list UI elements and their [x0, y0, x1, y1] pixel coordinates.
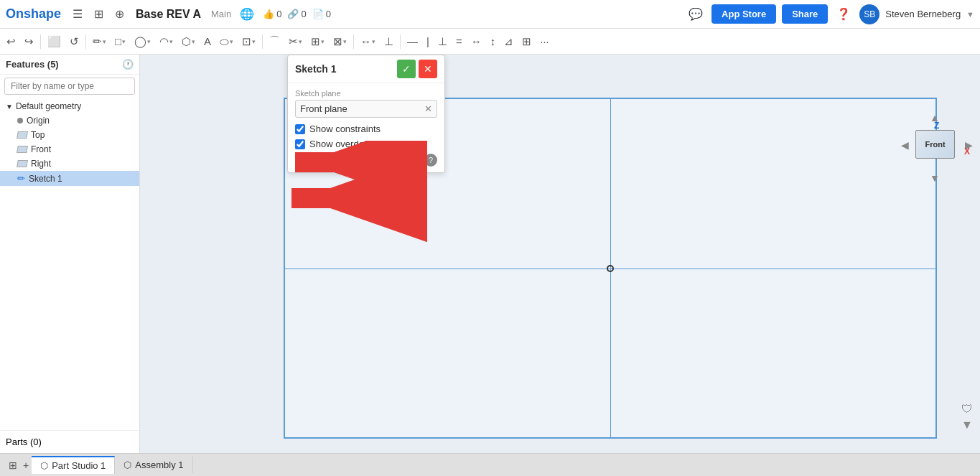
- plane-icon-right: [17, 160, 28, 167]
- user-name[interactable]: Steven Berneberg: [885, 9, 961, 19]
- share-button[interactable]: Share: [782, 4, 828, 24]
- help-icon[interactable]: ?: [424, 154, 437, 167]
- parts-section: Parts (0): [0, 430, 139, 453]
- line-button[interactable]: —: [403, 33, 421, 50]
- plane-icon-front: [17, 146, 28, 153]
- doc-count: 0: [326, 9, 331, 19]
- toolbar-separator: [40, 34, 41, 49]
- sketch-dialog: Sketch 1 ✓ ✕ Sketch plane Front plane ✕ …: [287, 55, 445, 173]
- tree-item-top[interactable]: Top: [0, 128, 139, 142]
- copy-button[interactable]: ⬜: [44, 33, 65, 50]
- sketch-plane-field[interactable]: Front plane ✕: [295, 100, 437, 118]
- filter-input[interactable]: [4, 78, 135, 95]
- vert-button[interactable]: ↕: [487, 33, 500, 50]
- tree-item-right[interactable]: Right: [0, 157, 139, 171]
- rotate-button[interactable]: ↺: [66, 33, 83, 50]
- circle-button[interactable]: ◯▾: [131, 33, 154, 50]
- user-dropdown-icon[interactable]: ▼: [966, 10, 974, 19]
- app-store-button[interactable]: App Store: [711, 4, 776, 24]
- trim-button[interactable]: ✂▾: [285, 33, 306, 50]
- tab-assembly-label: Assembly 1: [135, 459, 183, 470]
- undo-button[interactable]: ↩: [3, 33, 19, 50]
- onshape-logo[interactable]: Onshape: [6, 6, 61, 22]
- sym-button[interactable]: ⊞: [518, 33, 535, 50]
- features-clock-icon[interactable]: 🕐: [122, 59, 134, 70]
- show-overdefined-label[interactable]: Show overdefined: [309, 139, 384, 149]
- mirror-button[interactable]: ⊠▾: [330, 33, 350, 50]
- angle-button[interactable]: ⊿: [500, 33, 517, 50]
- link-icon: 🔗: [287, 9, 299, 19]
- like-button[interactable]: 👍 0: [263, 9, 281, 19]
- offset-button[interactable]: ⊞▾: [307, 33, 328, 50]
- link-button[interactable]: 🔗 0: [287, 9, 306, 19]
- polygon-button[interactable]: ⬡▾: [178, 33, 199, 50]
- pen-button[interactable]: ✏▾: [89, 33, 110, 50]
- equal-button[interactable]: =: [452, 33, 466, 50]
- tree-item-sketch1[interactable]: ✏ Sketch 1: [0, 171, 139, 186]
- constraint-button[interactable]: ⊥: [381, 33, 397, 50]
- tab-assembly[interactable]: ⬡ Assembly 1: [115, 457, 192, 473]
- vertical-line-button[interactable]: |: [423, 33, 433, 50]
- dialog-button-group: ✓ ✕: [397, 60, 437, 78]
- show-overdefined-checkbox[interactable]: [295, 139, 305, 149]
- tree-item-right-label: Right: [31, 159, 51, 169]
- sketch-cancel-button[interactable]: ✕: [419, 60, 437, 78]
- bottom-grid-button[interactable]: ⊞: [6, 457, 20, 474]
- orientation-controls: 🛡 ▼: [961, 403, 973, 431]
- sketch-plane-value: Front plane: [300, 103, 424, 114]
- features-title: Features (5): [6, 59, 59, 70]
- show-constraints-checkbox[interactable]: [295, 124, 305, 134]
- rect-button[interactable]: □▾: [111, 33, 129, 50]
- tree-item-origin[interactable]: Origin: [0, 113, 139, 128]
- feature-tree: ▼ Default geometry Origin Top Front Righ…: [0, 98, 139, 430]
- redo-button[interactable]: ↪: [21, 33, 37, 50]
- more-button[interactable]: ···: [536, 33, 553, 50]
- view-z-axis-label: Z: [934, 121, 939, 131]
- slot-button[interactable]: ⬭▾: [216, 33, 237, 50]
- origin-dot-icon: [17, 118, 23, 123]
- sketch-confirm-button[interactable]: ✓: [397, 60, 416, 78]
- orient-shield-button[interactable]: 🛡: [961, 403, 973, 416]
- view-cube-left-button[interactable]: ◀: [901, 139, 909, 151]
- point-button[interactable]: ⊡▾: [238, 33, 259, 50]
- view-x-axis-label: X: [964, 146, 970, 157]
- top-nav: Onshape ☰ ⊞ ⊕ Base REV A Main 🌐 👍 0 🔗 0 …: [0, 0, 980, 29]
- tools-button[interactable]: ⊕: [112, 6, 127, 22]
- assembly-icon: ⬡: [123, 459, 131, 470]
- fillet-button[interactable]: ⌒: [266, 32, 284, 50]
- horiz-button[interactable]: ↔: [467, 33, 485, 50]
- bottom-bar: ⊞ + ⬡ Part Studio 1 ⬡ Assembly 1: [0, 453, 980, 476]
- document-branch: Main: [211, 9, 231, 19]
- default-geometry-label: Default geometry: [16, 101, 81, 111]
- toolbar: ↩ ↪ ⬜ ↺ ✏▾ □▾ ◯▾ ◠▾ ⬡▾ A ⬭▾ ⊡▾ ⌒ ✂▾ ⊞▾ ⊠…: [0, 29, 980, 55]
- link-count: 0: [301, 9, 306, 19]
- globe-button[interactable]: 🌐: [237, 6, 257, 22]
- doc-button[interactable]: 📄 0: [312, 9, 331, 19]
- view-cube-front-face[interactable]: Front: [915, 130, 955, 159]
- main-layout: Features (5) 🕐 ▼ Default geometry Origin…: [0, 55, 980, 453]
- comment-button[interactable]: 💬: [686, 6, 706, 22]
- perp-button[interactable]: ⊥: [434, 33, 451, 50]
- parts-title: Parts (0): [6, 437, 42, 447]
- like-icon: 👍: [263, 9, 274, 19]
- dimension-button[interactable]: ↔▾: [357, 33, 379, 50]
- tree-item-front[interactable]: Front: [0, 142, 139, 157]
- help-button[interactable]: ❓: [834, 6, 854, 22]
- filter-button[interactable]: ⊞: [91, 6, 106, 22]
- default-geometry-group[interactable]: ▼ Default geometry: [0, 99, 139, 113]
- orient-down-button[interactable]: ▼: [961, 419, 973, 431]
- text-button[interactable]: A: [200, 33, 215, 50]
- toolbar-separator-5: [400, 34, 401, 49]
- sketch-dialog-body: Sketch plane Front plane ✕ Show constrai…: [288, 83, 444, 172]
- sketch-icon: ✏: [17, 173, 25, 184]
- toolbar-separator-3: [262, 34, 263, 49]
- sketch-plane-clear-button[interactable]: ✕: [424, 103, 432, 114]
- tab-part-studio[interactable]: ⬡ Part Studio 1: [32, 456, 115, 474]
- hamburger-menu-button[interactable]: ☰: [70, 6, 85, 22]
- arc-button[interactable]: ◠▾: [156, 33, 177, 50]
- canvas-area[interactable]: Front Sketch 1 ✓ ✕ Sketch plane Front pl…: [140, 55, 980, 453]
- avatar[interactable]: SB: [859, 4, 879, 24]
- bottom-add-button[interactable]: +: [20, 457, 32, 474]
- show-constraints-label[interactable]: Show constraints: [309, 123, 381, 134]
- view-cube-down-button[interactable]: ▼: [930, 172, 940, 184]
